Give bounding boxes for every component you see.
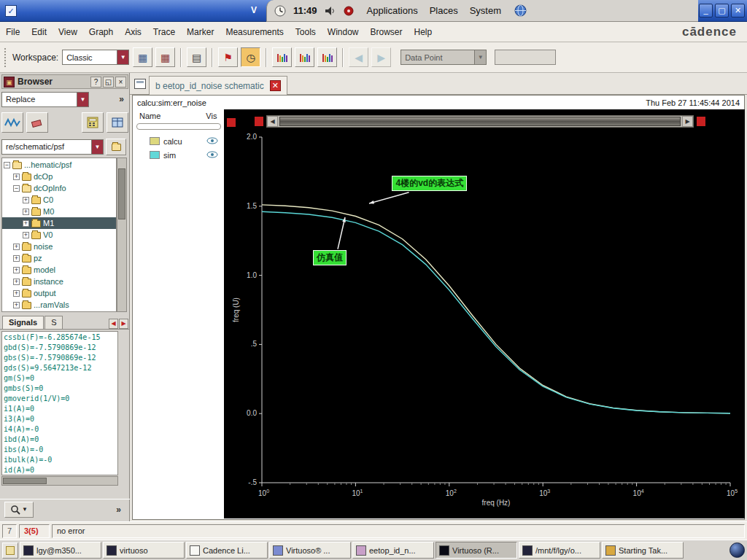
tree-item-instance[interactable]: +instance <box>2 276 116 287</box>
signal-value[interactable]: cssbi(F)=-6.285674e-15 <box>4 332 116 343</box>
tree-item-m1[interactable]: +M1 <box>2 217 116 229</box>
graph-tab[interactable]: b eetop_id_noise schematic ✕ <box>149 76 287 95</box>
tab-s[interactable]: S <box>44 316 63 329</box>
spectrum-2-icon[interactable] <box>295 47 314 67</box>
expander-icon[interactable]: + <box>23 197 29 203</box>
taskbar-item-virtuosor[interactable]: Virtuoso (R... <box>436 542 517 559</box>
delete-workspace-icon[interactable]: ▦ <box>155 47 175 67</box>
flag-icon[interactable]: ⚑ <box>218 47 238 67</box>
column-header-vis[interactable]: Vis <box>206 112 217 120</box>
toolbar-grip[interactable] <box>4 48 7 67</box>
delete-signal-button[interactable] <box>26 112 48 133</box>
combo-arrow-icon[interactable]: ▼ <box>91 140 103 154</box>
expander-icon[interactable]: − <box>13 185 20 192</box>
menu-edit[interactable]: Edit <box>26 23 53 42</box>
visibility-eye-icon[interactable] <box>206 150 218 160</box>
legend-row-calcu[interactable]: calcu <box>133 134 224 148</box>
scroll-right-marker-icon[interactable] <box>697 117 705 126</box>
signal-value[interactable]: gmoverid(1/V)=0 <box>4 394 116 404</box>
minimize-button[interactable]: _ <box>699 4 713 18</box>
legend-row-sim[interactable]: sim <box>133 148 224 162</box>
panel-menu-applications[interactable]: Applications <box>361 2 424 19</box>
taskbar-item-virtuoso[interactable]: Virtuoso® ... <box>269 542 351 559</box>
signal-value[interactable]: gds(S)=9.5647213e-12 <box>4 363 116 373</box>
column-header-name[interactable]: Name <box>139 112 160 120</box>
tree-item-model[interactable]: +model <box>2 264 116 276</box>
signal-value[interactable]: gbs(S)=-7.5790869e-12 <box>4 353 116 363</box>
tabs-scroll-right-button[interactable]: ▶ <box>119 319 128 329</box>
replace-mode-combo[interactable]: Replace ▼ <box>1 92 89 107</box>
save-workspace-icon[interactable]: ▦ <box>133 47 152 67</box>
signal-value[interactable]: gmbs(S)=0 <box>4 384 116 394</box>
tree-scrollbar[interactable] <box>117 158 127 312</box>
datapoint-input[interactable] <box>495 50 556 65</box>
visibility-eye-icon[interactable] <box>206 136 218 147</box>
signal-value[interactable]: ibulk(A)=-0 <box>4 455 116 465</box>
expander-icon[interactable]: + <box>13 255 20 262</box>
browser-help-button[interactable]: ? <box>90 77 101 88</box>
tree-item-v0[interactable]: +V0 <box>2 229 116 241</box>
tree-item-ramvals[interactable]: +...ramVals <box>2 299 116 311</box>
expander-icon[interactable]: + <box>13 174 20 180</box>
open-results-button[interactable] <box>106 139 126 155</box>
signal-value[interactable]: gm(S)=0 <box>4 373 116 384</box>
tree-item-m0[interactable]: +M0 <box>2 206 116 217</box>
tree-item-dcopinfo[interactable]: −dcOpInfo <box>2 182 116 194</box>
overflow-chevrons[interactable]: » <box>119 94 128 104</box>
taskbar-item-eetopidn[interactable]: eetop_id_n... <box>352 542 434 559</box>
browser-panel-header[interactable]: ▣ Browser ? ◱ × <box>1 74 128 89</box>
column-slider[interactable] <box>136 123 221 130</box>
calculator-tool-button[interactable] <box>82 112 104 133</box>
globe-icon[interactable] <box>514 4 527 17</box>
expander-icon[interactable]: + <box>13 267 20 273</box>
menu-file[interactable]: File <box>0 23 26 42</box>
strip-chart-icon[interactable]: ◷ <box>241 47 260 67</box>
scroll-left-marker-icon[interactable] <box>255 117 263 126</box>
maximize-button[interactable]: ▢ <box>715 4 729 18</box>
workspace-sphere-icon[interactable] <box>729 542 745 558</box>
plot-signal-button[interactable] <box>1 112 23 133</box>
table-tool-button[interactable] <box>107 112 128 133</box>
browser-undock-button[interactable]: ◱ <box>103 77 114 88</box>
signal-value[interactable]: i4(A)=-0 <box>4 424 116 435</box>
notes-launcher-icon[interactable] <box>2 542 18 559</box>
notification-icon[interactable] <box>344 6 354 16</box>
graph-page-icon[interactable] <box>134 79 146 89</box>
tree-item-dcop[interactable]: +dcOp <box>2 171 116 182</box>
expander-icon[interactable]: + <box>23 232 29 238</box>
combo-arrow-icon[interactable]: ▼ <box>117 50 128 64</box>
menu-window[interactable]: Window <box>322 23 365 42</box>
pan-marker-icon[interactable] <box>227 118 236 127</box>
menu-view[interactable]: View <box>53 23 83 42</box>
expander-icon[interactable]: + <box>23 220 29 227</box>
filter-search-button[interactable]: ▼ <box>4 502 34 518</box>
combo-arrow-icon[interactable]: ▼ <box>474 50 486 64</box>
tree-item-c0[interactable]: +C0 <box>2 194 116 206</box>
workspace-combo[interactable]: Classic ▼ <box>62 50 129 65</box>
combo-arrow-icon[interactable]: ▼ <box>77 93 88 106</box>
spectrum-3-icon[interactable] <box>317 47 337 67</box>
menu-help[interactable]: Help <box>409 23 438 42</box>
signal-value[interactable]: id(A)=0 <box>4 465 116 475</box>
panel-menu-system[interactable]: System <box>464 2 507 19</box>
tree-item-hematicpsf[interactable]: −...hematic/psf <box>2 159 116 171</box>
close-button[interactable]: ✕ <box>731 4 745 18</box>
signals-h-scrollbar[interactable] <box>1 476 118 486</box>
signal-value[interactable]: i1(A)=0 <box>4 404 116 414</box>
signal-value[interactable]: ibs(A)=-0 <box>4 445 116 455</box>
browser-close-button[interactable]: × <box>115 77 126 88</box>
scrollbar-thumb[interactable] <box>279 117 681 126</box>
plot-area[interactable]: ◀ ▶ 2.01.51.0.50.0-.5100101102103104105f… <box>224 109 745 518</box>
tabs-scroll-left-button[interactable]: ◀ <box>109 319 118 329</box>
taskbar-item-mntflgyo[interactable]: /mnt/f/lgy/o... <box>519 542 600 559</box>
tree-item-output[interactable]: +output <box>2 287 116 299</box>
menu-graph[interactable]: Graph <box>83 23 119 42</box>
expander-icon[interactable]: + <box>13 279 20 285</box>
menu-axis[interactable]: Axis <box>119 23 147 42</box>
speaker-icon[interactable] <box>325 6 336 16</box>
scrollbar-left-arrow[interactable]: ◀ <box>267 116 278 127</box>
signal-value[interactable]: ibd(A)=0 <box>4 435 116 445</box>
taskbar-item-startingtak[interactable]: Starting Tak... <box>602 542 684 559</box>
expander-icon[interactable]: + <box>13 302 20 308</box>
footer-chevrons[interactable]: » <box>116 505 125 515</box>
